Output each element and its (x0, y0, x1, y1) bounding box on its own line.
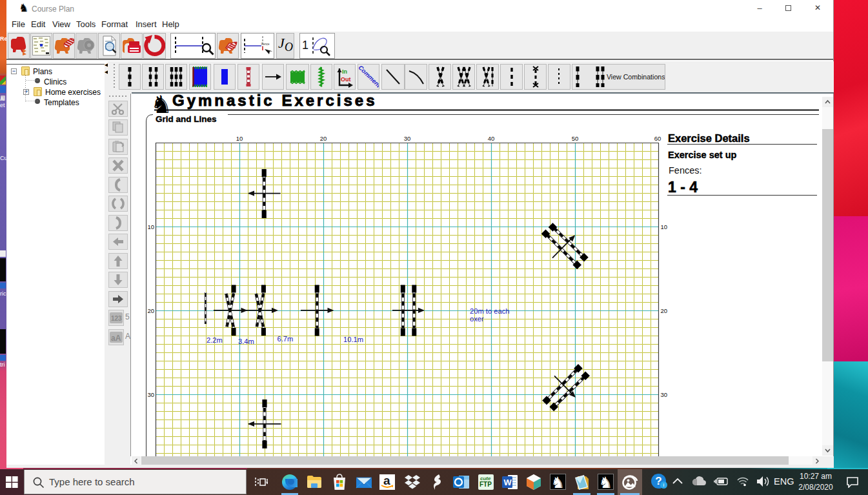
svg-text:30: 30 (404, 135, 411, 142)
svg-text:20m to each: 20m to each (470, 307, 510, 315)
svg-text:30: 30 (147, 391, 154, 398)
svg-text:20: 20 (147, 307, 154, 314)
svg-text:W: W (504, 478, 512, 487)
svg-text:10: 10 (661, 223, 668, 230)
svg-text:20: 20 (661, 307, 668, 314)
svg-text:10: 10 (147, 223, 154, 230)
svg-text:10: 10 (236, 135, 243, 142)
svg-text:aA: aA (111, 334, 121, 343)
svg-text:View Combinations: View Combinations (607, 73, 665, 81)
svg-text:6.7m: 6.7m (278, 335, 294, 343)
svg-text:3.4m: 3.4m (238, 338, 254, 345)
svg-text:Gymnastic Exercises: Gymnastic Exercises (172, 94, 378, 109)
svg-text:Fence: Fence (261, 43, 270, 46)
svg-text:30: 30 (661, 391, 668, 398)
svg-text:40: 40 (488, 135, 495, 142)
svg-text:oxer: oxer (470, 315, 484, 323)
svg-text:10.1m: 10.1m (343, 336, 363, 343)
svg-text:60: 60 (654, 135, 661, 142)
svg-text:123: 123 (111, 315, 122, 322)
svg-text:1: 1 (302, 39, 308, 52)
svg-text:50: 50 (572, 135, 579, 142)
svg-text:20: 20 (320, 135, 327, 142)
svg-text:Out: Out (341, 76, 351, 83)
svg-text:In: In (342, 68, 347, 75)
svg-text:Comment: Comment (358, 65, 379, 89)
svg-text:Grid and Lines: Grid and Lines (156, 114, 217, 124)
svg-text:2.2m: 2.2m (207, 336, 223, 344)
